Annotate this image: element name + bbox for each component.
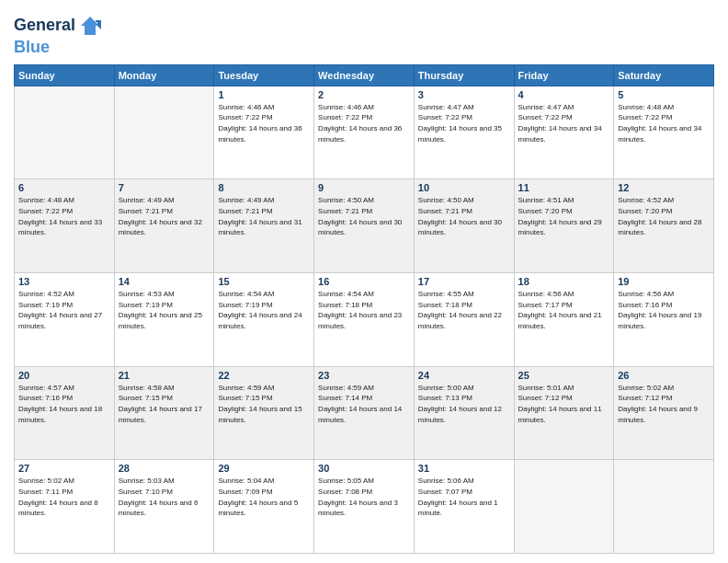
- day-info: Sunrise: 4:50 AM Sunset: 7:21 PM Dayligh…: [418, 195, 510, 237]
- calendar-cell: 21Sunrise: 4:58 AM Sunset: 7:15 PM Dayli…: [114, 366, 214, 460]
- day-number: 20: [18, 370, 110, 381]
- calendar-cell: 22Sunrise: 4:59 AM Sunset: 7:15 PM Dayli…: [214, 366, 314, 460]
- calendar-cell: 30Sunrise: 5:05 AM Sunset: 7:08 PM Dayli…: [314, 460, 415, 554]
- calendar-cell: 28Sunrise: 5:03 AM Sunset: 7:10 PM Dayli…: [114, 460, 214, 554]
- logo-text: General: [14, 17, 75, 35]
- day-number: 30: [318, 463, 410, 474]
- calendar-cell: 29Sunrise: 5:04 AM Sunset: 7:09 PM Dayli…: [214, 460, 314, 554]
- day-number: 31: [418, 463, 510, 474]
- day-number: 29: [218, 463, 310, 474]
- calendar-cell: [514, 460, 614, 554]
- calendar-cell: 26Sunrise: 5:02 AM Sunset: 7:12 PM Dayli…: [614, 366, 714, 460]
- day-number: 6: [18, 182, 110, 193]
- day-info: Sunrise: 5:03 AM Sunset: 7:10 PM Dayligh…: [119, 476, 210, 518]
- day-info: Sunrise: 4:58 AM Sunset: 7:15 PM Dayligh…: [119, 383, 210, 425]
- day-number: 26: [618, 370, 710, 381]
- day-info: Sunrise: 4:56 AM Sunset: 7:16 PM Dayligh…: [618, 289, 710, 331]
- day-info: Sunrise: 5:05 AM Sunset: 7:08 PM Dayligh…: [318, 476, 410, 518]
- day-info: Sunrise: 4:50 AM Sunset: 7:21 PM Dayligh…: [318, 195, 410, 237]
- day-number: 9: [318, 182, 410, 193]
- day-info: Sunrise: 4:57 AM Sunset: 7:16 PM Dayligh…: [18, 383, 110, 425]
- calendar-cell: 14Sunrise: 4:53 AM Sunset: 7:19 PM Dayli…: [114, 273, 214, 367]
- calendar-cell: [114, 86, 214, 179]
- logo-icon: [77, 13, 103, 39]
- week-row-1: 1Sunrise: 4:46 AM Sunset: 7:22 PM Daylig…: [15, 86, 714, 179]
- weekday-header-friday: Friday: [514, 64, 614, 86]
- calendar-cell: 8Sunrise: 4:49 AM Sunset: 7:21 PM Daylig…: [214, 179, 314, 273]
- day-number: 11: [518, 182, 610, 193]
- calendar-cell: 5Sunrise: 4:48 AM Sunset: 7:22 PM Daylig…: [614, 86, 714, 179]
- day-number: 7: [119, 182, 210, 193]
- calendar-cell: 11Sunrise: 4:51 AM Sunset: 7:20 PM Dayli…: [514, 179, 614, 273]
- day-info: Sunrise: 5:02 AM Sunset: 7:11 PM Dayligh…: [18, 476, 110, 518]
- calendar-cell: 23Sunrise: 4:59 AM Sunset: 7:14 PM Dayli…: [314, 366, 415, 460]
- calendar-cell: 18Sunrise: 4:56 AM Sunset: 7:17 PM Dayli…: [514, 273, 614, 367]
- day-number: 27: [18, 463, 110, 474]
- day-info: Sunrise: 4:47 AM Sunset: 7:22 PM Dayligh…: [518, 102, 610, 144]
- weekday-header-sunday: Sunday: [15, 64, 115, 86]
- calendar-cell: [15, 86, 115, 179]
- calendar-cell: 13Sunrise: 4:52 AM Sunset: 7:19 PM Dayli…: [15, 273, 115, 367]
- day-info: Sunrise: 4:48 AM Sunset: 7:22 PM Dayligh…: [18, 195, 110, 237]
- calendar-cell: 1Sunrise: 4:46 AM Sunset: 7:22 PM Daylig…: [214, 86, 314, 179]
- day-number: 16: [318, 276, 410, 287]
- day-info: Sunrise: 4:46 AM Sunset: 7:22 PM Dayligh…: [218, 102, 310, 144]
- week-row-5: 27Sunrise: 5:02 AM Sunset: 7:11 PM Dayli…: [15, 460, 714, 554]
- day-number: 15: [218, 276, 310, 287]
- calendar-cell: 17Sunrise: 4:55 AM Sunset: 7:18 PM Dayli…: [414, 273, 514, 367]
- weekday-header-monday: Monday: [114, 64, 214, 86]
- day-info: Sunrise: 4:54 AM Sunset: 7:19 PM Dayligh…: [218, 289, 310, 331]
- day-number: 1: [218, 89, 310, 100]
- day-info: Sunrise: 4:48 AM Sunset: 7:22 PM Dayligh…: [618, 102, 710, 144]
- calendar-cell: 20Sunrise: 4:57 AM Sunset: 7:16 PM Dayli…: [15, 366, 115, 460]
- calendar-cell: 7Sunrise: 4:49 AM Sunset: 7:21 PM Daylig…: [114, 179, 214, 273]
- day-info: Sunrise: 4:56 AM Sunset: 7:17 PM Dayligh…: [518, 289, 610, 331]
- day-info: Sunrise: 5:01 AM Sunset: 7:12 PM Dayligh…: [518, 383, 610, 425]
- day-info: Sunrise: 4:49 AM Sunset: 7:21 PM Dayligh…: [218, 195, 310, 237]
- weekday-header-wednesday: Wednesday: [314, 64, 415, 86]
- weekday-header-row: SundayMondayTuesdayWednesdayThursdayFrid…: [15, 64, 714, 86]
- day-number: 13: [18, 276, 110, 287]
- day-info: Sunrise: 5:02 AM Sunset: 7:12 PM Dayligh…: [618, 383, 710, 425]
- day-info: Sunrise: 5:00 AM Sunset: 7:13 PM Dayligh…: [418, 383, 510, 425]
- week-row-3: 13Sunrise: 4:52 AM Sunset: 7:19 PM Dayli…: [15, 273, 714, 367]
- calendar-cell: 16Sunrise: 4:54 AM Sunset: 7:18 PM Dayli…: [314, 273, 415, 367]
- logo: General Blue: [14, 13, 103, 57]
- svg-marker-0: [81, 17, 99, 35]
- calendar-cell: 3Sunrise: 4:47 AM Sunset: 7:22 PM Daylig…: [414, 86, 514, 179]
- day-number: 5: [618, 89, 710, 100]
- day-info: Sunrise: 4:54 AM Sunset: 7:18 PM Dayligh…: [318, 289, 410, 331]
- week-row-4: 20Sunrise: 4:57 AM Sunset: 7:16 PM Dayli…: [15, 366, 714, 460]
- weekday-header-tuesday: Tuesday: [214, 64, 314, 86]
- calendar-cell: [614, 460, 714, 554]
- calendar-cell: 15Sunrise: 4:54 AM Sunset: 7:19 PM Dayli…: [214, 273, 314, 367]
- calendar-page: General Blue SundayMondayTuesdayWednesda…: [0, 0, 728, 563]
- day-info: Sunrise: 4:59 AM Sunset: 7:15 PM Dayligh…: [218, 383, 310, 425]
- calendar-cell: 6Sunrise: 4:48 AM Sunset: 7:22 PM Daylig…: [15, 179, 115, 273]
- calendar-cell: 25Sunrise: 5:01 AM Sunset: 7:12 PM Dayli…: [514, 366, 614, 460]
- day-info: Sunrise: 4:53 AM Sunset: 7:19 PM Dayligh…: [119, 289, 210, 331]
- day-number: 25: [518, 370, 610, 381]
- day-number: 28: [119, 463, 210, 474]
- calendar-cell: 19Sunrise: 4:56 AM Sunset: 7:16 PM Dayli…: [614, 273, 714, 367]
- day-number: 24: [418, 370, 510, 381]
- calendar-table: SundayMondayTuesdayWednesdayThursdayFrid…: [14, 64, 714, 554]
- day-info: Sunrise: 4:49 AM Sunset: 7:21 PM Dayligh…: [119, 195, 210, 237]
- day-number: 23: [318, 370, 410, 381]
- day-number: 12: [618, 182, 710, 193]
- calendar-cell: 24Sunrise: 5:00 AM Sunset: 7:13 PM Dayli…: [414, 366, 514, 460]
- day-number: 4: [518, 89, 610, 100]
- day-info: Sunrise: 4:59 AM Sunset: 7:14 PM Dayligh…: [318, 383, 410, 425]
- day-number: 14: [119, 276, 210, 287]
- day-number: 18: [518, 276, 610, 287]
- day-number: 17: [418, 276, 510, 287]
- weekday-header-saturday: Saturday: [614, 64, 714, 86]
- day-number: 8: [218, 182, 310, 193]
- calendar-cell: 2Sunrise: 4:46 AM Sunset: 7:22 PM Daylig…: [314, 86, 415, 179]
- day-number: 3: [418, 89, 510, 100]
- day-info: Sunrise: 4:52 AM Sunset: 7:19 PM Dayligh…: [18, 289, 110, 331]
- calendar-cell: 12Sunrise: 4:52 AM Sunset: 7:20 PM Dayli…: [614, 179, 714, 273]
- header: General Blue: [14, 9, 714, 57]
- logo-blue: Blue: [14, 39, 103, 57]
- day-info: Sunrise: 5:06 AM Sunset: 7:07 PM Dayligh…: [418, 476, 510, 518]
